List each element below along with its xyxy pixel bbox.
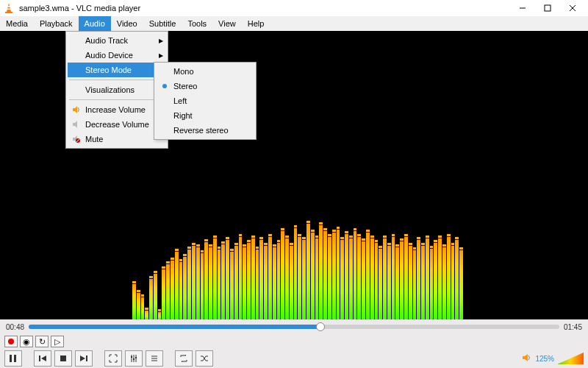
record-button[interactable] <box>4 336 18 347</box>
spectrum-bar <box>438 238 442 319</box>
spectrum-bar <box>145 311 148 319</box>
svg-marker-19 <box>80 355 85 361</box>
menu-playback[interactable]: Playback <box>34 16 79 31</box>
spectrum-bar <box>357 237 361 319</box>
spectrum-bar <box>340 240 344 319</box>
loop-icon <box>179 354 188 363</box>
spectrum-bar <box>383 238 387 319</box>
visualization-bars <box>132 172 463 319</box>
spectrum-bar <box>218 250 221 319</box>
stop-button[interactable] <box>54 350 72 367</box>
menu-audio[interactable]: Audio <box>79 16 111 31</box>
audio-device-item[interactable]: Audio Device▶ <box>68 48 166 63</box>
skip-forward-icon <box>79 354 88 363</box>
spectrum-bar <box>392 237 395 319</box>
playlist-button[interactable] <box>146 350 163 367</box>
stereo-mode-item[interactable]: Stereo Mode▶ <box>68 63 166 77</box>
pause-icon <box>9 354 18 363</box>
seek-knob[interactable] <box>316 322 325 331</box>
vlc-cone-icon <box>3 2 15 14</box>
svg-rect-14 <box>10 355 12 362</box>
svg-rect-1 <box>7 6 10 7</box>
stereo-mono-item[interactable]: Mono <box>156 64 254 79</box>
menu-tools[interactable]: Tools <box>182 16 212 31</box>
shuffle-button[interactable] <box>196 350 213 367</box>
menu-video[interactable]: Video <box>111 16 143 31</box>
spectrum-bar <box>434 243 437 319</box>
fullscreen-button[interactable] <box>104 350 122 367</box>
record-toolbar: ◉ ↻ ▷ <box>0 334 588 349</box>
spectrum-bar <box>400 241 404 319</box>
stereo-stereo-label: Stereo <box>173 82 197 91</box>
window-buttons <box>510 1 585 15</box>
speaker-icon[interactable] <box>522 353 532 364</box>
frame-step-button[interactable]: ▷ <box>51 336 64 347</box>
play-pause-button[interactable] <box>4 350 22 367</box>
skip-back-icon <box>38 354 47 363</box>
window-title: sample3.wma - VLC media player <box>19 4 510 13</box>
visualizations-item[interactable]: Visualizations▶ <box>68 82 166 97</box>
frame-step-icon: ▷ <box>54 337 60 347</box>
spectrum-bar <box>251 238 255 319</box>
decrease-volume-label: Decrease Volume <box>85 120 149 129</box>
spectrum-bar <box>323 231 327 319</box>
minimize-button[interactable] <box>510 1 535 15</box>
snapshot-button[interactable]: ◉ <box>20 336 33 347</box>
extended-settings-button[interactable] <box>125 350 143 367</box>
svg-rect-24 <box>131 356 132 358</box>
decrease-volume-item[interactable]: Decrease Volume <box>68 117 166 132</box>
maximize-button[interactable] <box>535 1 560 15</box>
stereo-reverse-item[interactable]: Reverse stereo <box>156 123 254 138</box>
atob-loop-button[interactable]: ↻ <box>35 336 49 347</box>
spectrum-bar <box>421 246 425 319</box>
menu-media[interactable]: Media <box>0 16 34 31</box>
svg-rect-15 <box>14 355 16 362</box>
spectrum-bar <box>409 246 412 319</box>
mute-item[interactable]: Mute <box>68 132 166 146</box>
seek-fill <box>29 325 320 329</box>
spectrum-bar <box>204 242 208 319</box>
spectrum-bar <box>183 257 187 319</box>
menu-separator <box>69 79 165 80</box>
svg-rect-25 <box>133 358 135 360</box>
spectrum-bar <box>459 250 463 319</box>
svg-rect-16 <box>39 355 40 361</box>
increase-volume-item[interactable]: Increase Volume <box>68 102 166 117</box>
menu-view[interactable]: View <box>212 16 242 31</box>
increase-volume-label: Increase Volume <box>85 105 146 114</box>
spectrum-bar <box>298 237 301 319</box>
volume-slider[interactable] <box>557 353 584 364</box>
spectrum-bar <box>387 246 391 319</box>
shuffle-icon <box>200 354 209 363</box>
seek-slider[interactable] <box>29 325 559 329</box>
visualizations-label: Visualizations <box>85 85 135 94</box>
spectrum-bar <box>221 244 225 319</box>
loop-button[interactable] <box>175 350 193 367</box>
svg-marker-30 <box>523 354 528 361</box>
close-button[interactable] <box>560 1 585 15</box>
spectrum-bar <box>345 234 348 319</box>
stereo-left-item[interactable]: Left <box>156 93 254 108</box>
spectrum-bar <box>379 249 382 319</box>
stereo-stereo-item[interactable]: Stereo <box>156 79 254 93</box>
audio-track-item[interactable]: Audio Track▶ <box>68 33 166 48</box>
menu-subtitle[interactable]: Subtitle <box>143 16 182 31</box>
spectrum-bar <box>413 250 417 319</box>
spectrum-bar <box>132 284 136 319</box>
spectrum-bar <box>302 240 306 319</box>
spectrum-bar <box>426 238 429 319</box>
spectrum-bar <box>404 237 408 319</box>
previous-button[interactable] <box>34 350 51 367</box>
menu-help[interactable]: Help <box>242 16 270 31</box>
stereo-right-item[interactable]: Right <box>156 108 254 123</box>
next-button[interactable] <box>75 350 93 367</box>
spectrum-bar <box>243 247 246 319</box>
spectrum-bar <box>273 247 276 319</box>
spectrum-bar <box>366 233 370 319</box>
spectrum-bar <box>154 274 157 319</box>
spectrum-bar <box>332 233 336 319</box>
spectrum-bar <box>162 269 165 319</box>
spectrum-bar <box>349 238 353 319</box>
spectrum-bar <box>294 228 298 319</box>
spectrum-bar <box>337 230 340 319</box>
